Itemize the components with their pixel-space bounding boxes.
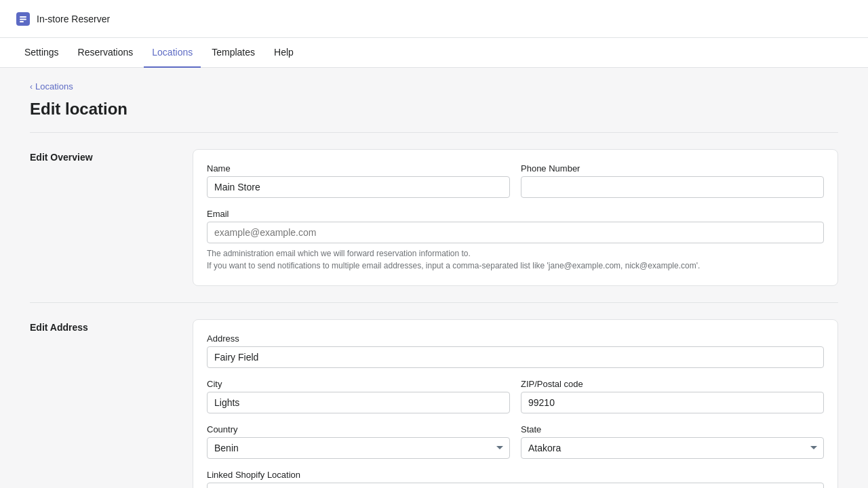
nav-settings[interactable]: Settings (16, 38, 67, 68)
phone-group: Phone Number (521, 163, 824, 198)
address-card: Address City ZIP/Postal code Country (193, 319, 838, 488)
country-group: Country Benin United States Canada Unite… (207, 424, 510, 459)
svg-rect-1 (20, 18, 26, 20)
address-label: Address (207, 333, 824, 344)
overview-section-label: Edit Overview (30, 149, 193, 163)
email-hint: The administration email which we will f… (207, 247, 824, 272)
top-bar: In-store Reserver (0, 0, 868, 38)
state-group: State Atakora Alibori Atlantique Borgou … (521, 424, 824, 459)
page-content: ‹ Locations Edit location Edit Overview … (14, 68, 854, 488)
email-row: Email The administration email which we … (207, 209, 824, 272)
breadcrumb-chevron-icon: ‹ (30, 82, 33, 92)
country-label: Country (207, 424, 510, 434)
overview-card: Name Phone Number Email The administrati… (193, 149, 838, 286)
address-section-label: Edit Address (30, 319, 193, 333)
nav-reservations[interactable]: Reservations (70, 38, 142, 68)
city-group: City (207, 379, 510, 413)
email-label: Email (207, 209, 824, 219)
name-input[interactable] (207, 176, 510, 198)
svg-rect-0 (20, 16, 26, 18)
phone-label: Phone Number (521, 163, 824, 174)
zip-input[interactable] (521, 392, 824, 413)
linked-select-display[interactable]: ⇅ (207, 483, 824, 488)
address-row: Address (207, 333, 824, 368)
email-group: Email The administration email which we … (207, 209, 824, 272)
state-select[interactable]: Atakora Alibori Atlantique Borgou Collin… (521, 437, 824, 459)
edit-overview-section: Edit Overview Name Phone Number Email (30, 132, 838, 302)
name-group: Name (207, 163, 510, 198)
city-zip-row: City ZIP/Postal code (207, 379, 824, 413)
address-group: Address (207, 333, 824, 368)
breadcrumb-label: Locations (35, 81, 73, 92)
nav-locations[interactable]: Locations (144, 38, 201, 68)
linked-group: Linked Shopify Location ⇅ (207, 470, 824, 488)
linked-row: Linked Shopify Location ⇅ (207, 470, 824, 488)
country-state-row: Country Benin United States Canada Unite… (207, 424, 824, 459)
linked-label: Linked Shopify Location (207, 470, 824, 480)
zip-group: ZIP/Postal code (521, 379, 824, 413)
edit-address-section: Edit Address Address City ZIP/Postal cod… (30, 302, 838, 488)
city-label: City (207, 379, 510, 389)
country-select[interactable]: Benin United States Canada United Kingdo… (207, 437, 510, 459)
phone-input[interactable] (521, 176, 824, 198)
city-input[interactable] (207, 392, 510, 413)
zip-label: ZIP/Postal code (521, 379, 824, 389)
app-icon (16, 12, 30, 26)
app-title: In-store Reserver (37, 14, 110, 24)
page-title: Edit location (30, 100, 838, 119)
state-label: State (521, 424, 824, 434)
nav-bar: Settings Reservations Locations Template… (0, 38, 868, 68)
email-input[interactable] (207, 222, 824, 243)
breadcrumb[interactable]: ‹ Locations (30, 81, 838, 92)
svg-rect-2 (20, 21, 24, 22)
nav-templates[interactable]: Templates (203, 38, 263, 68)
name-label: Name (207, 163, 510, 174)
name-phone-row: Name Phone Number (207, 163, 824, 198)
nav-help[interactable]: Help (266, 38, 302, 68)
address-input[interactable] (207, 346, 824, 368)
